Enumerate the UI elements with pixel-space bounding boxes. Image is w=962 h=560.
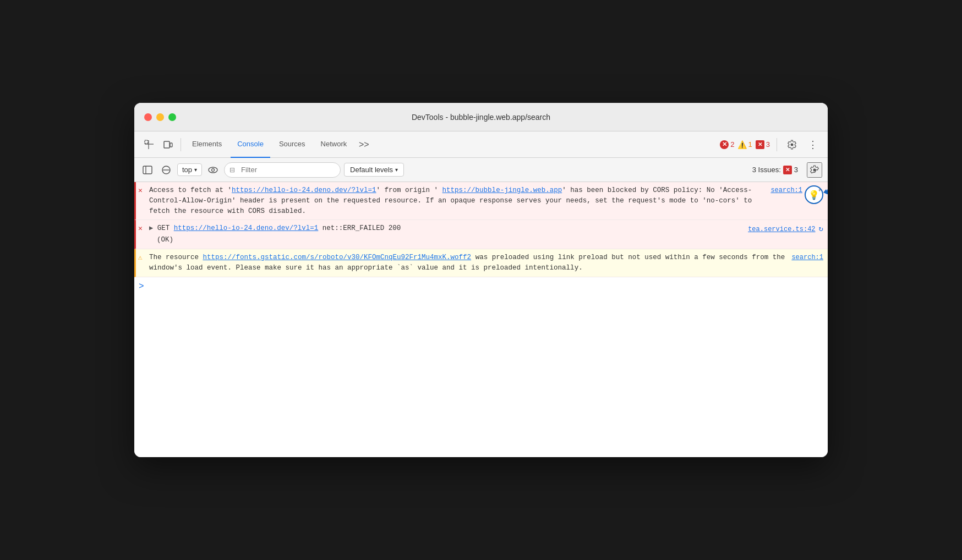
refresh-icon[interactable]: ↻	[819, 223, 823, 235]
warning-badge[interactable]: ⚠️ 1	[738, 140, 752, 149]
get-error-content: ▶ GET https://hello-io-24.deno.dev/?lvl=…	[149, 223, 823, 245]
default-levels-button[interactable]: Default levels ▾	[344, 163, 404, 177]
warning-entry-icon: ⚠	[138, 252, 149, 262]
console-gear-icon	[810, 165, 819, 175]
svg-point-9	[209, 167, 217, 173]
cors-fetch-url-link[interactable]: https://hello-io-24.deno.dev/?lvl=1	[232, 186, 376, 194]
filter-input[interactable]	[224, 162, 341, 178]
filter-wrapper: ⊟	[224, 162, 341, 178]
settings-gear-button[interactable]	[784, 136, 800, 153]
svg-rect-4	[170, 143, 172, 147]
levels-chevron-icon: ▾	[395, 167, 398, 173]
info-icon: ✕	[756, 140, 764, 149]
info-badge[interactable]: ✕ 3	[756, 140, 770, 149]
more-dots-icon: ⋮	[808, 139, 818, 151]
get-error-row: ▶ GET https://hello-io-24.deno.dev/?lvl=…	[149, 223, 823, 235]
sidebar-icon	[143, 166, 152, 174]
font-warning-row: The resource https://fonts.gstatic.com/s…	[149, 252, 823, 273]
console-prompt[interactable]: >	[134, 277, 828, 296]
svg-point-10	[212, 168, 215, 171]
font-warning-source-link[interactable]: search:1	[791, 252, 823, 273]
cors-error-right-icons: search:1 💡+	[766, 185, 823, 216]
get-error-right: tea.service.ts:42 ↻	[744, 223, 823, 235]
font-url-link[interactable]: https://fonts.gstatic.com/s/roboto/v30/K…	[203, 254, 472, 261]
tab-sources[interactable]: Sources	[272, 131, 312, 158]
get-error-source-link[interactable]: tea.service.ts:42	[748, 224, 815, 234]
device-toggle-button[interactable]	[160, 136, 176, 153]
badge-group: ✕ 2 ⚠️ 1 ✕ 3	[720, 140, 770, 149]
more-options-button[interactable]: ⋮	[805, 136, 821, 153]
get-error-icon: ✕	[138, 223, 149, 233]
tab-elements[interactable]: Elements	[185, 131, 228, 158]
svg-rect-3	[164, 141, 170, 148]
sidebar-toggle-button[interactable]	[140, 162, 155, 178]
device-icon	[163, 140, 173, 150]
toolbar-sep-2	[777, 138, 777, 151]
toolbar-right: ✕ 2 ⚠️ 1 ✕ 3 ⋮	[720, 136, 821, 153]
issues-badge[interactable]: 3 Issues: ✕ 3	[748, 163, 802, 177]
more-tabs-button[interactable]: >>	[356, 136, 372, 153]
error-icon: ✕	[720, 140, 729, 149]
maximize-button[interactable]	[168, 113, 176, 121]
console-settings-button[interactable]	[807, 162, 822, 178]
toolbar-separator	[181, 138, 181, 151]
console-area: ✕ Access to fetch at 'https://hello-io-2…	[134, 182, 828, 457]
live-expressions-button[interactable]	[205, 162, 221, 178]
console-toolbar-right: 3 Issues: ✕ 3	[748, 162, 822, 178]
inspect-element-button[interactable]	[141, 136, 157, 153]
svg-marker-11	[823, 189, 828, 195]
font-warning-content: The resource https://fonts.gstatic.com/s…	[149, 252, 823, 273]
cors-error-text: Access to fetch at 'https://hello-io-24.…	[149, 185, 766, 216]
titlebar: DevTools - bubble-jingle.web.app/search	[134, 103, 828, 131]
tab-console[interactable]: Console	[231, 131, 270, 158]
issues-error-icon: ✕	[783, 166, 792, 174]
cors-error-content: Access to fetch at 'https://hello-io-24.…	[149, 185, 823, 216]
devtools-window: DevTools - bubble-jingle.web.app/search …	[134, 103, 828, 457]
console-entry-font-warning: ⚠ The resource https://fonts.gstatic.com…	[134, 249, 828, 277]
close-button[interactable]	[144, 113, 152, 121]
lightbulb-plus-icon: +	[818, 188, 821, 193]
font-warning-text: The resource https://fonts.gstatic.com/s…	[149, 252, 787, 273]
prompt-caret-icon: >	[139, 282, 144, 292]
warning-icon: ⚠️	[738, 140, 747, 149]
console-entry-cors-error: ✕ Access to fetch at 'https://hello-io-2…	[134, 182, 828, 220]
traffic-lights	[144, 113, 176, 121]
cors-error-source-link[interactable]: search:1	[770, 185, 802, 195]
gear-icon	[787, 140, 797, 150]
clear-console-button[interactable]	[158, 162, 174, 178]
lightbulb-container: 💡+	[805, 185, 823, 204]
minimize-button[interactable]	[156, 113, 164, 121]
inspect-icon	[144, 140, 154, 150]
window-title: DevTools - bubble-jingle.web.app/search	[412, 113, 550, 122]
lightbulb-button[interactable]: 💡+	[805, 185, 823, 204]
cancel-icon	[162, 166, 171, 174]
tab-network[interactable]: Network	[314, 131, 354, 158]
filter-icon: ⊟	[229, 166, 235, 174]
cors-error-first-row: Access to fetch at 'https://hello-io-24.…	[149, 185, 823, 216]
eye-icon	[208, 166, 218, 174]
get-url-link[interactable]: https://hello-io-24.deno.dev/?lvl=1	[174, 224, 319, 232]
get-error-extra: (OK)	[149, 235, 823, 245]
svg-rect-5	[143, 166, 152, 174]
origin-url-link[interactable]: https://bubble-jingle.web.app	[442, 186, 562, 194]
context-selector[interactable]: top ▾	[177, 163, 202, 176]
svg-rect-0	[145, 140, 148, 144]
error-badge[interactable]: ✕ 2	[720, 140, 734, 149]
console-entry-get-error: ✕ ▶ GET https://hello-io-24.deno.dev/?lv…	[134, 220, 828, 249]
main-toolbar: Elements Console Sources Network >> ✕ 2 …	[134, 131, 828, 158]
get-error-text: ▶ GET https://hello-io-24.deno.dev/?lvl=…	[149, 223, 401, 235]
expand-button[interactable]: ▶	[149, 224, 153, 232]
console-toolbar: top ▾ ⊟ Default levels ▾ 3 Issues: ✕ 3	[134, 158, 828, 182]
chevron-down-icon: ▾	[194, 167, 197, 173]
error-entry-icon: ✕	[138, 185, 149, 195]
